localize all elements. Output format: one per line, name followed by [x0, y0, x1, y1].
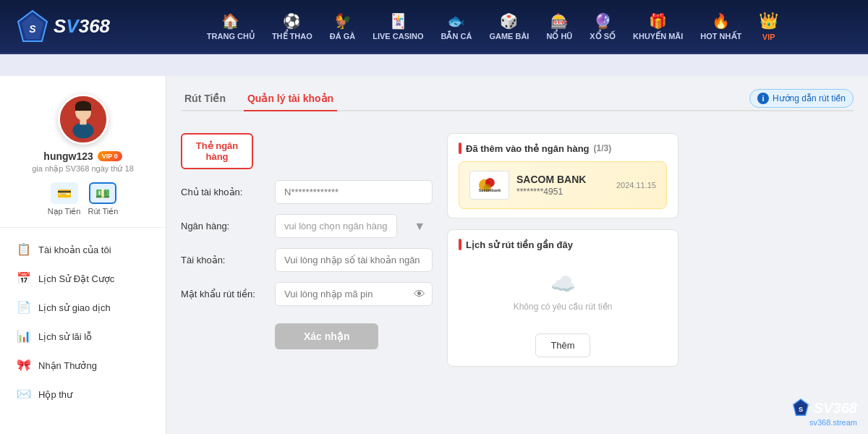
- bank-card-item[interactable]: Sacombank SACOM BANK ********4951 2024.1…: [459, 161, 667, 209]
- sub-header: [0, 54, 868, 76]
- bank-info: SACOM BANK ********4951: [516, 174, 609, 197]
- sidebar-item-lich-su-giao-dich[interactable]: 📄 Lịch sử giao dịch: [0, 293, 166, 322]
- tabs-row: Rút Tiền Quản lý tài khoản i Hướng dẫn r…: [181, 87, 854, 111]
- title-bar-decoration: [459, 142, 461, 154]
- action-buttons: 💳 Nạp Tiền 💵 Rút Tiền: [48, 182, 119, 216]
- main-content: hungw123 VIP 0 gia nhập SV368 ngày thứ 1…: [0, 76, 868, 434]
- profit-icon: 📊: [17, 329, 31, 344]
- tai-khoan-input[interactable]: [275, 248, 433, 272]
- rut-tien-label: Rút Tiền: [88, 207, 118, 216]
- rut-tien-icon: 💵: [89, 182, 116, 204]
- tab-rut-tien[interactable]: Rút Tiền: [181, 87, 229, 111]
- fish-icon: 🐟: [447, 12, 465, 30]
- nav-live-casino[interactable]: 🃏 LIVE CASINO: [365, 8, 430, 45]
- ngan-hang-label: Ngân hàng:: [181, 221, 268, 231]
- mat-khau-wrapper: 👁: [275, 282, 433, 306]
- gift-icon: 🎁: [649, 12, 667, 30]
- main-nav: 🏠 TRANG CHỦ ⚽ THỂ THAO 🐓 ĐÁ GÀ 🃏 LIVE CA…: [132, 7, 854, 46]
- footer-logo-sub: sv368.stream: [809, 418, 857, 427]
- nav-vip[interactable]: 👑 VIP: [752, 7, 786, 46]
- ngan-hang-select-wrapper: vui lòng chọn ngân hàng ▼: [275, 214, 433, 238]
- cockfight-icon: 🐓: [333, 12, 352, 30]
- footer-logo: S SV368 sv368.stream: [791, 398, 857, 427]
- chu-tai-khoan-input[interactable]: [275, 180, 433, 204]
- avatar: [58, 94, 109, 145]
- nav-no-hu[interactable]: 🎰 NỔ HŨ: [539, 8, 579, 46]
- nav-game-bai[interactable]: 🎲 GAME BÀI: [482, 8, 536, 45]
- right-panels: Đã thêm vào thẻ ngân hàng (1/3) Sacomba: [447, 133, 678, 367]
- nav-da-ga-label: ĐÁ GÀ: [330, 32, 355, 41]
- add-more-button[interactable]: Thêm: [535, 333, 590, 357]
- bank-panel: Đã thêm vào thẻ ngân hàng (1/3) Sacomba: [447, 133, 678, 218]
- info-button[interactable]: i Hướng dẫn rút tiền: [749, 89, 854, 108]
- sidebar-item-lich-su-dat-cuoc[interactable]: 📅 Lịch Sử Đặt Cược: [0, 264, 166, 293]
- tab-quan-ly[interactable]: Quản lý tài khoản: [244, 87, 337, 111]
- tai-khoan-row: Tài khoản:: [181, 248, 433, 272]
- svg-text:S: S: [799, 406, 803, 413]
- history-panel-title-text: Lịch sử rút tiền gần đây: [466, 239, 573, 250]
- nap-tien-label: Nạp Tiền: [48, 207, 81, 216]
- dice-icon: 🎲: [500, 12, 518, 30]
- bank-panel-count: (1/3): [594, 143, 612, 153]
- nav-hot-nhat[interactable]: 🔥 HOT NHẤT: [693, 8, 749, 46]
- confirm-button[interactable]: Xác nhận: [275, 323, 378, 349]
- sidebar-item-lich-su-lai-lo[interactable]: 📊 Lịch sử lãi lỗ: [0, 322, 166, 351]
- sidebar-tai-khoan-label: Tài khoản của tôi: [38, 244, 111, 255]
- nav-da-ga[interactable]: 🐓 ĐÁ GÀ: [323, 8, 362, 45]
- nav-khuyen-mai[interactable]: 🎁 KHUYẾN MÃI: [626, 8, 690, 46]
- nav-no-hu-label: NỔ HŨ: [546, 32, 572, 41]
- ngan-hang-select[interactable]: vui lòng chọn ngân hàng: [275, 214, 397, 238]
- tai-khoan-label: Tài khoản:: [181, 255, 268, 265]
- nap-tien-button[interactable]: 💳 Nạp Tiền: [48, 182, 81, 216]
- mail-icon: ✉️: [17, 387, 31, 401]
- sidebar-item-nhan-thuong[interactable]: 🎀 Nhận Thưởng: [0, 351, 166, 380]
- nav-the-thao[interactable]: ⚽ THỂ THAO: [265, 8, 320, 46]
- info-icon: i: [757, 93, 769, 104]
- sidebar-menu: 📋 Tài khoản của tôi 📅 Lịch Sử Đặt Cược 📄…: [0, 235, 166, 409]
- logo-text: SV368: [54, 15, 110, 38]
- content-wrapper: Thẻ ngân hàng Chủ tài khoản: Ngân hàng: …: [181, 133, 854, 367]
- rut-tien-button[interactable]: 💵 Rút Tiền: [88, 182, 118, 216]
- mat-khau-row: Mật khẩu rút tiền: 👁: [181, 282, 433, 306]
- bank-card-button[interactable]: Thẻ ngân hàng: [181, 133, 253, 169]
- sidebar-item-tai-khoan[interactable]: 📋 Tài khoản của tôi: [0, 235, 166, 264]
- nav-khuyen-mai-label: KHUYẾN MÃI: [633, 32, 683, 41]
- username-row: hungw123 VIP 0: [43, 150, 122, 162]
- username: hungw123: [43, 150, 93, 162]
- fire-icon: 🔥: [712, 12, 730, 30]
- sidebar-nhan-thuong-label: Nhận Thưởng: [38, 360, 97, 371]
- eye-icon[interactable]: 👁: [414, 288, 425, 301]
- nav-trang-chu[interactable]: 🏠 TRANG CHỦ: [200, 8, 262, 46]
- no-data-icon: ☁️: [550, 272, 576, 296]
- soccer-icon: ⚽: [283, 12, 301, 30]
- bank-account: ********4951: [516, 187, 609, 197]
- slot-icon: 🎰: [550, 12, 569, 30]
- chu-tai-khoan-row: Chủ tài khoản:: [181, 180, 433, 204]
- sacombank-logo: Sacombank: [469, 171, 509, 200]
- history-title-bar: [459, 239, 461, 250]
- bank-date: 2024.11.15: [616, 181, 656, 190]
- bank-panel-title-text: Đã thêm vào thẻ ngân hàng: [466, 143, 590, 154]
- sidebar-item-hop-thu[interactable]: ✉️ Hộp thư: [0, 380, 166, 409]
- reward-icon: 🎀: [17, 358, 31, 373]
- nav-vip-label: VIP: [762, 33, 775, 41]
- chu-tai-khoan-label: Chủ tài khoản:: [181, 187, 268, 197]
- logo[interactable]: S SV368: [14, 9, 110, 45]
- select-arrow-icon: ▼: [414, 220, 425, 233]
- header: S SV368 🏠 TRANG CHỦ ⚽ THỂ THAO 🐓 ĐÁ GÀ 🃏…: [0, 0, 868, 54]
- nav-game-bai-label: GAME BÀI: [489, 32, 529, 41]
- nav-ban-ca[interactable]: 🐟 BẮN CÁ: [434, 8, 480, 46]
- nav-ban-ca-label: BẮN CÁ: [441, 32, 472, 41]
- mat-khau-input[interactable]: [275, 282, 433, 306]
- no-data-state: ☁️ Không có yêu cầu rút tiền: [459, 258, 667, 326]
- footer-logo-text: SV368: [814, 400, 857, 417]
- mat-khau-label: Mật khẩu rút tiền:: [181, 289, 268, 299]
- svg-point-7: [72, 123, 93, 139]
- account-icon: 📋: [17, 242, 31, 257]
- nav-xo-so[interactable]: 🔮 XỔ SỐ: [582, 8, 623, 46]
- svg-text:S: S: [29, 22, 36, 34]
- sidebar-hop-thu-label: Hộp thư: [38, 389, 72, 400]
- bank-panel-title: Đã thêm vào thẻ ngân hàng (1/3): [459, 142, 667, 154]
- cards-icon: 🃏: [389, 12, 407, 30]
- nav-trang-chu-label: TRANG CHỦ: [207, 32, 255, 41]
